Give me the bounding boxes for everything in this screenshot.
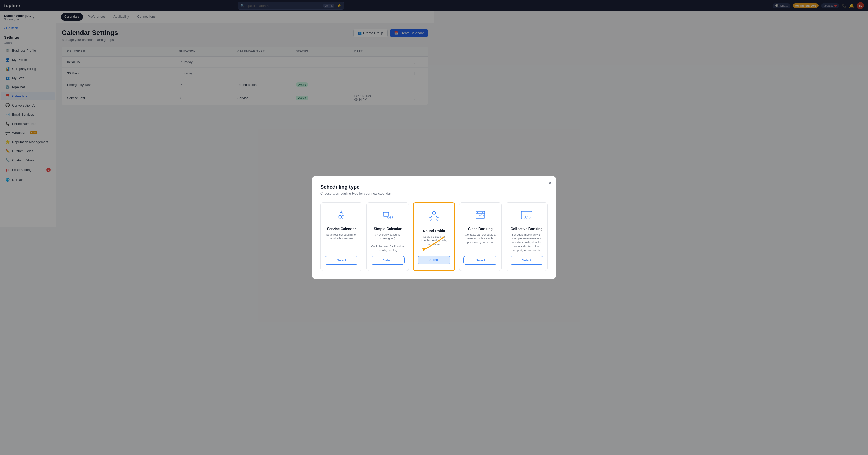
scheduling-type-modal: × Scheduling type Choose a scheduling ty… bbox=[312, 176, 434, 228]
svg-rect-3 bbox=[383, 212, 389, 216]
calendar-type-service[interactable]: Service Calendar Seamless scheduling for… bbox=[320, 202, 363, 228]
simple-calendar-name: Simple Calendar bbox=[374, 227, 402, 228]
calendar-type-round-robin[interactable]: Round Robin Could be used for troublesho… bbox=[413, 202, 434, 228]
calendar-type-simple[interactable]: Simple Calendar (Previously called as un… bbox=[367, 202, 409, 228]
service-calendar-name: Service Calendar bbox=[327, 227, 356, 228]
svg-point-8 bbox=[432, 211, 434, 214]
modal-overlay[interactable]: × Scheduling type Choose a scheduling ty… bbox=[0, 0, 434, 228]
svg-line-11 bbox=[431, 214, 432, 218]
modal-subtitle: Choose a scheduling type for your new ca… bbox=[320, 192, 434, 195]
round-robin-icon bbox=[427, 209, 434, 226]
svg-point-5 bbox=[390, 216, 393, 219]
calendar-types-grid: Service Calendar Seamless scheduling for… bbox=[320, 202, 434, 228]
service-calendar-icon bbox=[335, 209, 348, 224]
modal-title: Scheduling type bbox=[320, 184, 434, 190]
simple-calendar-icon bbox=[381, 209, 394, 224]
svg-point-9 bbox=[429, 217, 432, 220]
